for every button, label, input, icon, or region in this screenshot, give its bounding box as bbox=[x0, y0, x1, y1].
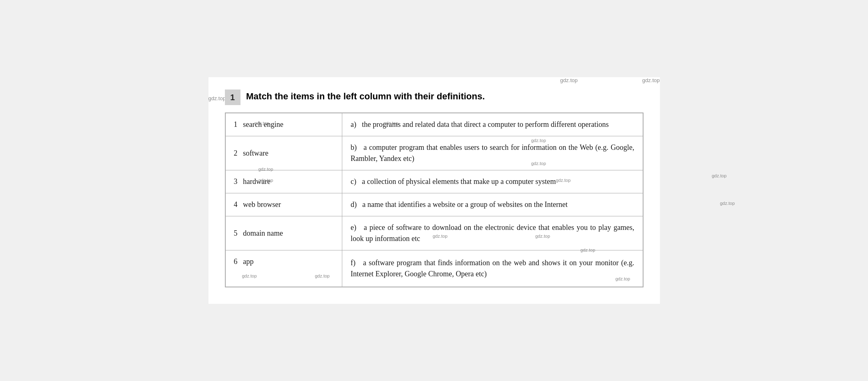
table-row: 5 domain name gdz.top gdz.top gdz.top e)… bbox=[225, 216, 643, 250]
def-letter-2: b) bbox=[350, 143, 357, 151]
def-text-1: the programs and related data that direc… bbox=[362, 120, 609, 129]
term-number-2: 2 bbox=[234, 149, 243, 157]
term-wrapper-5: 5 domain name bbox=[234, 228, 334, 239]
definition-cell-6: gdz.top f) a software program that finds… bbox=[342, 250, 643, 287]
question-title: Match the items in the left column with … bbox=[246, 90, 485, 102]
term-wrapper-3: gdz.top 3 hardware bbox=[234, 176, 334, 187]
definition-cell-5: gdz.top gdz.top gdz.top e) a piece of so… bbox=[342, 216, 643, 250]
table-row: gdz.top gdz.top 6 app gdz.top f) a softw… bbox=[225, 250, 643, 287]
definition-cell-4: gdz.top d) a name that identifies a webs… bbox=[342, 193, 643, 216]
def-text-4: a name that identifies a website or a gr… bbox=[362, 200, 568, 209]
term-number-3: 3 bbox=[234, 177, 243, 186]
term-label-1: search engine bbox=[243, 120, 283, 129]
term-cell-1: gdz.top 1 search engine bbox=[225, 113, 342, 136]
def-letter-1: a) bbox=[350, 120, 356, 129]
term-wrapper-2: gdz.top 2 software bbox=[234, 148, 334, 159]
def-wrapper-5: gdz.top gdz.top gdz.top e) a piece of so… bbox=[350, 222, 634, 244]
term-label-5: domain name bbox=[243, 229, 283, 237]
watermark: gdz.top bbox=[556, 177, 570, 184]
definition-cell-2: gdz.top gdz.top b) a computer program th… bbox=[342, 136, 643, 170]
term-cell-2: gdz.top 2 software bbox=[225, 136, 342, 170]
definition-cell-3: gdz.top c) a collection of physical elem… bbox=[342, 170, 643, 193]
term-cell-5: 5 domain name bbox=[225, 216, 342, 250]
term-cell-6: gdz.top gdz.top 6 app bbox=[225, 250, 342, 287]
watermark: gdz.top bbox=[315, 273, 330, 280]
def-letter-6: f) bbox=[350, 259, 355, 267]
term-wrapper-6: gdz.top gdz.top 6 app bbox=[234, 256, 334, 281]
page-container: gdz.top gdz.top gdz.top 1 Match the item… bbox=[208, 77, 660, 304]
table-row: gdz.top 1 search engine gdz.top gdz.top … bbox=[225, 113, 643, 136]
watermark: gdz.top bbox=[535, 233, 550, 240]
term-number-6: 6 bbox=[234, 257, 243, 266]
watermark: gdz.top bbox=[433, 233, 447, 240]
def-text-5: a piece of software to download on the e… bbox=[350, 223, 634, 243]
watermark: gdz.top bbox=[720, 200, 735, 207]
watermark-top-right-1: gdz.top bbox=[560, 77, 578, 83]
question-number: 1 bbox=[225, 90, 240, 105]
term-label-6: app bbox=[243, 257, 254, 266]
table-row: gdz.top 2 software gdz.top gdz.top b) a … bbox=[225, 136, 643, 170]
watermark: gdz.top bbox=[615, 275, 630, 282]
table-row: gdz.top 3 hardware gdz.top c) a collecti… bbox=[225, 170, 643, 193]
term-number-1: 1 bbox=[234, 120, 243, 129]
watermark-top-right-2: gdz.top bbox=[642, 77, 660, 83]
definition-cell-1: gdz.top gdz.top a) the programs and rela… bbox=[342, 113, 643, 136]
term-label-4: web browser bbox=[243, 200, 281, 209]
term-label-3: hardware bbox=[243, 177, 270, 186]
def-text-6: a software program that finds informatio… bbox=[350, 259, 634, 278]
def-text-3: a collection of physical elements that m… bbox=[362, 177, 556, 186]
term-cell-4: 4 web browser bbox=[225, 193, 342, 216]
def-letter-3: c) bbox=[350, 177, 356, 186]
term-number-4: 4 bbox=[234, 200, 243, 209]
def-wrapper-4: gdz.top d) a name that identifies a webs… bbox=[350, 199, 634, 210]
term-wrapper-4: 4 web browser bbox=[234, 199, 334, 210]
term-number-5: 5 bbox=[234, 229, 243, 237]
term-cell-3: gdz.top 3 hardware bbox=[225, 170, 342, 193]
def-wrapper-6: gdz.top f) a software program that finds… bbox=[350, 257, 634, 280]
watermark: gdz.top bbox=[242, 273, 257, 280]
term-label-2: software bbox=[243, 149, 268, 157]
table-row: 4 web browser gdz.top d) a name that ide… bbox=[225, 193, 643, 216]
def-wrapper-3: gdz.top c) a collection of physical elem… bbox=[350, 176, 634, 187]
def-text-2: a computer program that enables users to… bbox=[350, 143, 634, 163]
watermark: gdz.top bbox=[531, 160, 546, 167]
def-letter-5: e) bbox=[350, 223, 356, 232]
question-header: 1 Match the items in the left column wit… bbox=[225, 90, 644, 105]
watermark-top-left: gdz.top bbox=[208, 95, 226, 101]
term-wrapper-1: gdz.top 1 search engine bbox=[234, 119, 334, 130]
watermark: gdz.top bbox=[712, 172, 726, 179]
def-wrapper-1: gdz.top gdz.top a) the programs and rela… bbox=[350, 119, 634, 130]
def-letter-4: d) bbox=[350, 200, 357, 209]
match-table: gdz.top 1 search engine gdz.top gdz.top … bbox=[225, 112, 644, 287]
def-wrapper-2: gdz.top gdz.top b) a computer program th… bbox=[350, 142, 634, 164]
